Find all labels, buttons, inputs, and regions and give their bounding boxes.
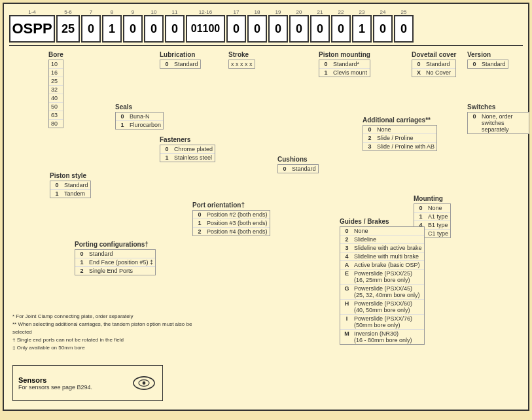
fast-option-0: 0 Chrome plated bbox=[160, 145, 215, 154]
col-group-1216: 12-16 01100 bbox=[186, 9, 225, 43]
gb-table: 0 None 2 Slideline 3 Slideline with acti… bbox=[340, 226, 425, 345]
po-option-2: 2 Position #4 (both ends) bbox=[193, 228, 270, 236]
additional-carriages-block: Additional carriages** 0 None 2 Slide / … bbox=[363, 116, 437, 151]
col-label-1216: 12-16 bbox=[199, 9, 212, 15]
code-box-1216: 01100 bbox=[186, 15, 225, 43]
col-label-19: 19 bbox=[275, 9, 281, 15]
dtc-option-0: 0 Standard bbox=[412, 60, 455, 69]
piston-style-block: Piston style 0 Standard 1 Tandem bbox=[50, 172, 91, 198]
col-label-10: 10 bbox=[151, 9, 157, 15]
col-group-23: 23 1 bbox=[352, 9, 372, 43]
col-group-20: 20 0 bbox=[289, 9, 309, 43]
porting-config-title: Porting configurations† bbox=[75, 241, 156, 248]
piston-mounting-block: Piston mounting 0 Standard* 1 Clevis mou… bbox=[319, 51, 370, 77]
porting-config-table: 0 Standard 1 End Face (position #5) ‡ 2 … bbox=[75, 249, 156, 275]
cushions-block: Cushions 0 Standard bbox=[277, 156, 319, 173]
col-label-56: 5-6 bbox=[64, 9, 72, 15]
pm-option-0: 0 Standard* bbox=[319, 60, 370, 69]
po-option-1: 1 Position #3 (both ends) bbox=[193, 219, 270, 228]
lub-option-0: 0 Standard bbox=[160, 60, 200, 68]
col-label-22: 22 bbox=[338, 9, 344, 15]
col-label-23: 23 bbox=[359, 9, 365, 15]
col-label-9: 9 bbox=[132, 9, 134, 15]
footnote-1: * For Joint Clamp connecting plate, orde… bbox=[12, 313, 209, 321]
version-table: 0 Standard bbox=[467, 60, 508, 69]
add-carr-title: Additional carriages** bbox=[363, 116, 437, 124]
bore-10: 10 bbox=[49, 60, 63, 69]
ospp-box: OSPP bbox=[9, 15, 55, 43]
gb-option-3: 3 Slideline with active brake bbox=[340, 244, 424, 253]
col-group-7: 7 0 bbox=[81, 9, 101, 43]
fasteners-block: Fasteners 0 Chrome plated 1 Stainless st… bbox=[160, 136, 215, 162]
svg-point-2 bbox=[143, 381, 146, 385]
dovetail-title: Dovetail cover bbox=[412, 51, 456, 58]
porting-config-block: Porting configurations† 0 Standard 1 End… bbox=[75, 241, 156, 275]
dtc-option-x: X No Cover bbox=[412, 69, 455, 77]
footnote-3: † Single end ports can not be rotated in… bbox=[12, 336, 209, 344]
gb-option-0: 0 None bbox=[340, 227, 424, 236]
mnt-option-0: 0 None bbox=[414, 204, 450, 213]
code-box-17: 0 bbox=[226, 15, 246, 43]
fasteners-title: Fasteners bbox=[160, 136, 215, 143]
pc-option-0: 0 Standard bbox=[75, 250, 155, 258]
header-row: 1-4 OSPP 5-6 25 7 0 8 1 9 0 10 0 11 bbox=[9, 9, 523, 46]
col-group-8: 8 1 bbox=[102, 9, 122, 43]
dovetail-table: 0 Standard X No Cover bbox=[412, 60, 456, 77]
col-label-18: 18 bbox=[255, 9, 260, 15]
col-label-11: 11 bbox=[172, 9, 178, 15]
switches-title: Switches bbox=[467, 103, 529, 111]
sw-option-0: 0 None, order switches separately bbox=[468, 113, 529, 133]
bore-block: Bore 10 16 25 32 40 50 63 80 bbox=[48, 51, 63, 128]
code-box-18: 0 bbox=[247, 15, 267, 43]
bore-title: Bore bbox=[48, 51, 63, 58]
switches-table: 0 None, order switches separately bbox=[467, 112, 529, 134]
pc-option-2: 2 Single End Ports bbox=[75, 267, 155, 275]
bore-32: 32 bbox=[49, 86, 63, 94]
col-group-17: 17 0 bbox=[226, 9, 246, 43]
pc-option-1: 1 End Face (position #5) ‡ bbox=[75, 258, 155, 267]
sensors-desc: For sensors see page B294. bbox=[18, 384, 126, 391]
version-block: Version 0 Standard bbox=[467, 51, 508, 69]
code-box-25: 25 bbox=[56, 15, 80, 43]
ac-option-3: 3 Slide / Proline with AB bbox=[363, 143, 436, 150]
stroke-table: x x x x x bbox=[228, 60, 255, 69]
seals-option-0: 0 Buna-N bbox=[116, 113, 163, 121]
ps-option-1: 1 Tandem bbox=[50, 190, 90, 198]
ac-option-0: 0 None bbox=[363, 126, 436, 134]
code-box-11: 0 bbox=[165, 15, 185, 43]
piston-style-table: 0 Standard 1 Tandem bbox=[50, 181, 91, 198]
code-box-21: 0 bbox=[310, 15, 330, 43]
cushions-table: 0 Standard bbox=[277, 164, 319, 173]
dovetail-block: Dovetail cover 0 Standard X No Cover bbox=[412, 51, 456, 77]
col-label-24: 24 bbox=[380, 9, 386, 15]
bore-25: 25 bbox=[49, 77, 63, 86]
code-box-25b: 0 bbox=[394, 15, 414, 43]
bore-80: 80 bbox=[49, 120, 63, 128]
code-box-8: 1 bbox=[102, 15, 122, 43]
sensor-icon bbox=[131, 375, 157, 391]
code-box-23: 1 bbox=[352, 15, 372, 43]
version-title: Version bbox=[467, 51, 508, 58]
col-group-56: 5-6 25 bbox=[56, 9, 80, 43]
seals-block: Seals 0 Buna-N 1 Flurocarbon bbox=[115, 103, 164, 130]
code-box-20: 0 bbox=[289, 15, 309, 43]
piston-mounting-table: 0 Standard* 1 Clevis mount bbox=[319, 60, 370, 77]
gb-option-g: G Powerslide (PSXX/45)(25, 32, 40mm bore… bbox=[340, 285, 424, 300]
stroke-block: Stroke x x x x x bbox=[228, 51, 255, 69]
gb-option-a: A Active brake (basic OSP) bbox=[340, 261, 424, 270]
guides-brakes-block: Guides / Brakes 0 None 2 Slideline 3 Sli… bbox=[340, 218, 425, 345]
bore-40: 40 bbox=[49, 94, 63, 103]
col-group-25: 25 0 bbox=[394, 9, 414, 43]
col-group-18: 18 0 bbox=[247, 9, 267, 43]
col-label-7: 7 bbox=[90, 9, 92, 15]
main-container: 1-4 OSPP 5-6 25 7 0 8 1 9 0 10 0 11 bbox=[3, 3, 529, 411]
piston-style-title: Piston style bbox=[50, 172, 91, 179]
col-label-21: 21 bbox=[317, 9, 323, 15]
ps-option-0: 0 Standard bbox=[50, 181, 90, 190]
seals-table: 0 Buna-N 1 Flurocarbon bbox=[115, 112, 164, 130]
piston-mounting-title: Piston mounting bbox=[319, 51, 370, 58]
col-group-22: 22 0 bbox=[331, 9, 351, 43]
col-label-25: 25 bbox=[401, 9, 407, 15]
gb-option-4: 4 Slideline with multi brake bbox=[340, 253, 424, 261]
ver-option-0: 0 Standard bbox=[468, 60, 508, 68]
